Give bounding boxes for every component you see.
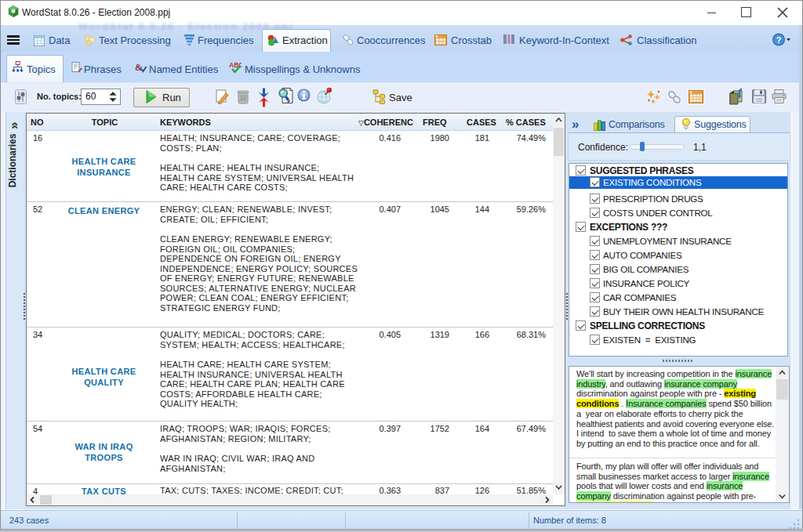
svg-text:?: ? [776,35,782,45]
svg-text:&: & [135,62,143,73]
